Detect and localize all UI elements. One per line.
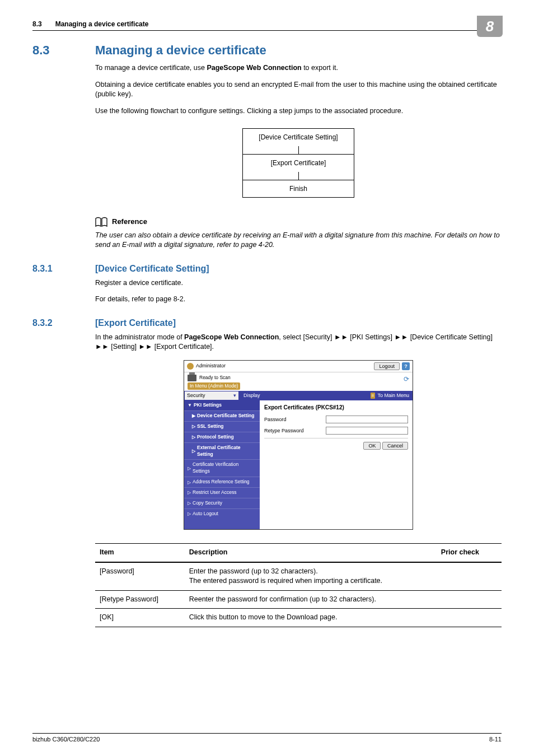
admin-label: Administrator	[187, 362, 226, 370]
runhead-secnum: 8.3	[32, 20, 42, 28]
to-main-menu-link[interactable]: ≡ To Main Menu	[367, 391, 413, 400]
sub2-number: 8.3.2	[32, 318, 95, 328]
sidebar-item-auto-logout[interactable]: ▷Auto Logout	[184, 508, 260, 519]
user-icon	[187, 363, 194, 370]
flow-step-finish: Finish	[243, 180, 354, 198]
description-table: Item Description Prior check [Password] …	[95, 543, 502, 627]
sidebar-item-copy-sec[interactable]: ▷Copy Security	[184, 498, 260, 508]
sub2-title: [Export Certificate]	[95, 318, 176, 328]
help-icon[interactable]: ?	[402, 362, 410, 370]
table-row: [Password] Enter the password (up to 32 …	[95, 562, 502, 591]
runhead-title: Managing a device certificate	[55, 20, 149, 28]
sub1-number: 8.3.1	[32, 264, 95, 274]
display-button[interactable]: Display	[239, 391, 265, 400]
cancel-button[interactable]: Cancel	[382, 442, 408, 450]
section-title: Managing a device certificate	[95, 43, 266, 58]
sub2-intro: In the administrator mode of PageScope W…	[95, 333, 502, 352]
password-input[interactable]	[326, 416, 408, 423]
chapter-tab: 8	[477, 16, 503, 37]
table-row: [Retype Password] Reenter the password f…	[95, 590, 502, 609]
reference-heading: Reference	[95, 217, 502, 227]
sidebar-item-external-cert[interactable]: ▷External Certificate Setting	[184, 442, 260, 460]
section-number: 8.3	[32, 43, 95, 58]
intro-p3: Use the following flowchart to configure…	[95, 106, 502, 116]
flowchart: [Device Certificate Setting] [Export Cer…	[95, 123, 502, 209]
retype-password-label: Retype Password	[264, 427, 326, 435]
refresh-icon[interactable]: ⟳	[404, 375, 409, 384]
retype-password-input[interactable]	[326, 427, 408, 435]
th-item: Item	[95, 544, 185, 562]
mode-badge: In Menu (Admin Mode)	[188, 382, 240, 390]
sidebar: ▼PKI Settings ▶Device Certificate Settin…	[184, 400, 260, 529]
ok-button[interactable]: OK	[363, 442, 381, 450]
sub1-p1: Register a device certificate.	[95, 278, 502, 288]
sidebar-item-ssl[interactable]: ▷SSL Setting	[184, 421, 260, 432]
security-dropdown[interactable]: Security▾	[184, 391, 239, 400]
web-connection-screenshot: Administrator Logout ? Ready to Scan	[184, 360, 413, 530]
running-header: 8.3 Managing a device certificate	[32, 20, 502, 31]
footer-page: 8-11	[489, 736, 502, 743]
sub1-p2: For details, refer to page 8-2.	[95, 295, 502, 305]
th-desc: Description	[185, 544, 437, 562]
sidebar-item-address-ref[interactable]: ▷Address Reference Setting	[184, 477, 260, 487]
logout-button[interactable]: Logout	[374, 362, 400, 370]
sidebar-item-pki[interactable]: ▼PKI Settings	[184, 400, 260, 410]
sidebar-item-restrict[interactable]: ▷Restrict User Access	[184, 487, 260, 498]
sidebar-item-cert-verify[interactable]: ▷Certificate Verification Settings	[184, 459, 260, 477]
reference-text: The user can also obtain a device certif…	[95, 231, 502, 250]
printer-icon	[188, 375, 196, 381]
th-prior: Prior check	[437, 544, 502, 562]
sub1-title: [Device Certificate Setting]	[95, 264, 209, 274]
intro-p2: Obtaining a device certificate enables y…	[95, 80, 502, 100]
intro-p1: To manage a device certificate, use Page…	[95, 63, 502, 73]
password-label: Password	[264, 416, 326, 423]
ready-status: Ready to Scan	[188, 375, 404, 381]
sidebar-item-protocol[interactable]: ▷Protocol Setting	[184, 432, 260, 442]
flow-step-export-cert[interactable]: [Export Certificate]	[243, 155, 354, 172]
flow-step-device-cert[interactable]: [Device Certificate Setting]	[243, 129, 354, 146]
footer-model: bizhub C360/C280/C220	[32, 736, 100, 743]
sidebar-item-device-cert[interactable]: ▶Device Certificate Setting	[184, 410, 260, 421]
book-icon	[95, 217, 107, 227]
panel-title: Export Certificates (PKCS#12)	[264, 404, 408, 412]
table-row: [OK] Click this button to move to the Do…	[95, 609, 502, 627]
